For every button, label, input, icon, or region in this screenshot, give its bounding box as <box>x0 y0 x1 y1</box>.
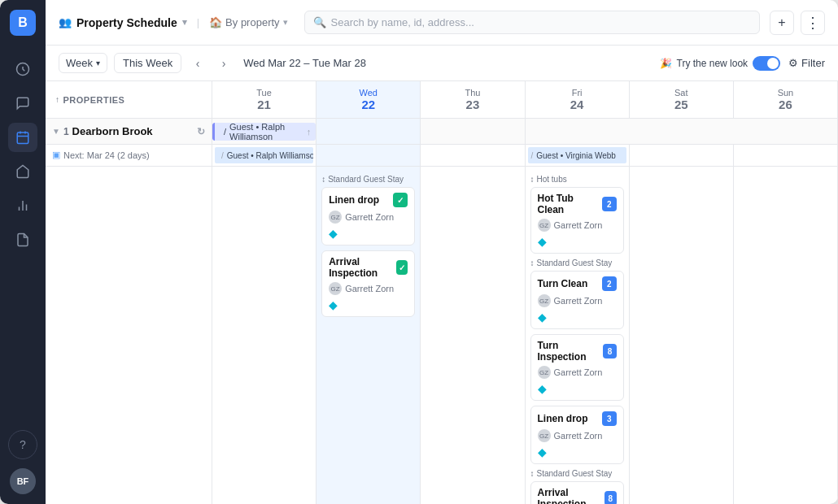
calendar: ↑ PROPERTIES Tue 21 Wed 22 Thu 23 Fri <box>46 81 838 504</box>
arrival-inspection-fri-card[interactable]: Arrival Inspection 8 GZ Garrett Zorn ◆ <box>530 481 624 504</box>
sat-tasks <box>630 167 734 504</box>
turn-inspection-avatar: GZ <box>538 366 551 379</box>
week-selector[interactable]: Week ▾ <box>59 53 107 73</box>
arrival-fri-badge: 8 <box>604 491 617 504</box>
sidebar-icon-calendar[interactable] <box>8 123 37 152</box>
title-chevron[interactable]: ▾ <box>182 17 187 28</box>
wed-section-label: ↕ Standard Guest Stay <box>321 175 415 184</box>
more-button[interactable]: ⋮ <box>801 11 825 35</box>
next-checkin: ▣ Next: Mar 24 (2 days) <box>52 148 205 162</box>
hot-tub-clean-card[interactable]: Hot Tub Clean 2 GZ Garrett Zorn ◆ <box>530 187 624 254</box>
collapse-icon[interactable]: ▼ <box>52 127 60 136</box>
sync-icon: ↻ <box>197 126 205 137</box>
separator: | <box>197 16 199 28</box>
section-icon: ↕ <box>321 175 325 184</box>
day-headers: ↑ PROPERTIES Tue 21 Wed 22 Thu 23 Fri <box>46 81 838 119</box>
arrival-assignee-wed: GZ Garrett Zorn <box>329 282 408 295</box>
week-label: Week <box>66 57 93 69</box>
linen-assignee-name: Garrett Zorn <box>345 212 394 222</box>
fri-standard-label: ↕ Standard Guest Stay <box>530 259 624 267</box>
sparkle-icon: 🎉 <box>660 58 672 69</box>
linen-fri-avatar: GZ <box>538 429 551 442</box>
sidebar: B <box>0 0 46 504</box>
linen-drop-card[interactable]: Linen drop ✓ GZ Garrett Zorn ◆ <box>321 187 415 245</box>
add-button[interactable]: + <box>770 11 794 35</box>
topbar-actions: + ⋮ <box>770 11 825 35</box>
sat-empty <box>630 145 734 166</box>
linen-drop-title: Linen drop <box>329 194 379 206</box>
guest-bar-divider-left <box>212 123 215 141</box>
filter-button[interactable]: ⚙ Filter <box>788 57 825 69</box>
day-header-thu: Thu 23 <box>421 81 525 118</box>
turn-inspection-assignee: GZ Garrett Zorn <box>538 366 617 379</box>
this-week-button[interactable]: This Week <box>114 53 181 73</box>
hot-tubs-label: ↕ Hot tubs <box>530 175 624 184</box>
date-range: Wed Mar 22 – Tue Mar 28 <box>243 57 366 69</box>
arrival-badge-wed: ✓ <box>396 260 408 275</box>
linen-fri-status: ◆ <box>538 445 617 458</box>
linen-fri-name: Garrett Zorn <box>554 431 603 441</box>
sidebar-icon-reports[interactable] <box>8 191 37 220</box>
dearborn-name-cell: ▼ 1 Dearborn Brook ↻ <box>46 119 212 144</box>
dearborn-name[interactable]: Dearborn Brook <box>72 125 153 137</box>
tue-empty <box>212 167 316 504</box>
page-title: Property Schedule <box>76 16 177 29</box>
next-checkin-cell: ▣ Next: Mar 24 (2 days) <box>46 145 212 166</box>
ralph-guest-label: / <box>217 127 226 137</box>
thu-empty-bar <box>421 145 525 166</box>
tasks-row: ↕ Standard Guest Stay Linen drop ✓ <box>46 167 838 504</box>
calendar-body: ▼ 1 Dearborn Brook ↻ / Guest • Ralph Wil… <box>46 119 838 504</box>
turn-clean-avatar: GZ <box>538 294 551 307</box>
by-property-selector[interactable]: 🏠 By property ▾ <box>209 16 287 28</box>
arrival-fri-title: Arrival Inspection <box>538 487 605 504</box>
hot-tub-assignee: GZ Garrett Zorn <box>538 219 617 232</box>
try-new-look[interactable]: 🎉 Try the new look <box>660 56 781 71</box>
sidebar-icon-properties[interactable] <box>8 157 37 186</box>
prev-week-button[interactable]: ‹ <box>188 54 207 73</box>
by-property-chevron: ▾ <box>283 17 288 28</box>
app-window: B <box>0 0 838 504</box>
virginia-bar-span <box>526 119 839 144</box>
hot-tub-badge: 2 <box>602 197 617 211</box>
arrival-inspection-card-wed[interactable]: Arrival Inspection ✓ GZ Garrett Zorn ◆ <box>321 250 415 317</box>
linen-drop-fri-card[interactable]: Linen drop 3 GZ Garrett Zorn ◆ <box>530 406 624 464</box>
day-header-wed: Wed 22 <box>316 81 421 118</box>
search-placeholder: Search by name, id, address... <box>331 16 474 28</box>
hot-tub-avatar: GZ <box>538 219 551 232</box>
topbar: 👥 Property Schedule ▾ | 🏠 By property ▾ … <box>46 0 838 46</box>
arrival-title-wed: Arrival Inspection <box>329 256 396 279</box>
hot-tubs-text: Hot tubs <box>537 175 567 184</box>
app-logo[interactable]: B <box>10 10 36 36</box>
turn-inspection-card[interactable]: Turn Inspection 8 GZ Garrett Zorn ◆ <box>530 334 624 401</box>
fri-section-text: Standard Guest Stay <box>537 259 613 267</box>
day-header-fri: Fri 24 <box>526 81 630 118</box>
section-text: Standard Guest Stay <box>328 175 404 184</box>
sun-tasks <box>734 167 838 504</box>
filter-icon: ⚙ <box>788 57 798 69</box>
arrival-status-wed: ◆ <box>329 298 408 311</box>
filter-label: Filter <box>801 57 825 69</box>
try-new-look-toggle[interactable] <box>753 56 780 71</box>
search-bar[interactable]: 🔍 Search by name, id, address... <box>304 11 760 34</box>
sidebar-icon-docs[interactable] <box>8 225 37 254</box>
ralph-bar-wed <box>316 119 421 144</box>
sidebar-icon-dashboard[interactable] <box>8 54 37 84</box>
page-title-area: 👥 Property Schedule ▾ <box>59 16 187 29</box>
next-week-button[interactable]: › <box>214 54 234 73</box>
next-checkin-label: Next: Mar 24 (2 days) <box>63 150 150 160</box>
turn-clean-badge: 2 <box>602 276 617 291</box>
main-content: 👥 Property Schedule ▾ | 🏠 By property ▾ … <box>46 0 838 504</box>
turn-inspection-status: ◆ <box>538 382 617 395</box>
sidebar-icon-help[interactable]: ? <box>8 430 37 459</box>
turn-inspection-name: Garrett Zorn <box>554 367 603 377</box>
sidebar-icon-messages[interactable] <box>8 89 37 118</box>
sidebar-bottom: ? BF <box>8 428 37 494</box>
property-number: 1 <box>63 126 69 137</box>
user-avatar[interactable]: BF <box>10 468 36 494</box>
turn-clean-card[interactable]: Turn Clean 2 GZ Garrett Zorn ◆ <box>530 271 624 329</box>
turn-clean-title: Turn Clean <box>538 278 588 289</box>
fri-arrival-text: Standard Guest Stay <box>537 469 613 478</box>
turn-clean-status: ◆ <box>538 311 617 324</box>
hot-tub-name: Garrett Zorn <box>554 220 603 230</box>
dearborn-header-row: ▼ 1 Dearborn Brook ↻ / Guest • Ralph Wil… <box>46 119 838 145</box>
